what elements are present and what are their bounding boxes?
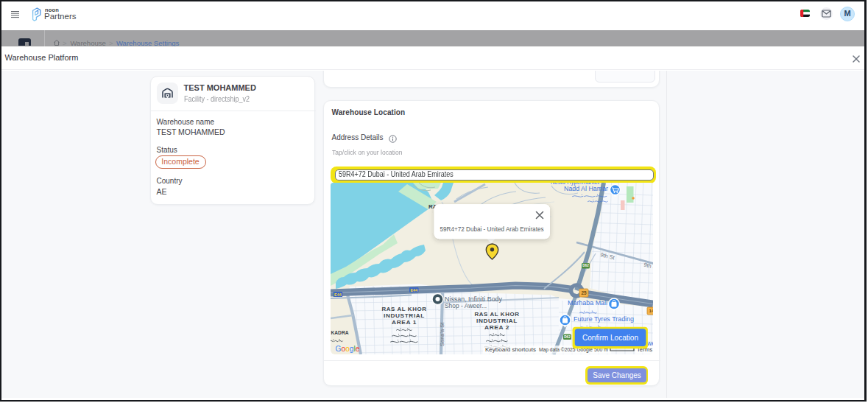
svg-text:Confirm Location: Confirm Location [582,334,638,342]
svg-text:Nissan, Infiniti Body: Nissan, Infiniti Body [445,295,503,303]
svg-text:D62: D62 [582,264,589,267]
svg-text:E44: E44 [410,288,417,292]
svg-text:RAS AL KHOR: RAS AL KHOR [382,306,427,312]
svg-text:Marhaba Mall: Marhaba Mall [568,298,607,306]
svg-text:Shop - Aweer...: Shop - Aweer... [445,302,487,309]
svg-text:25: 25 [581,290,587,295]
svg-text:Google: Google [336,344,360,353]
svg-text:D62: D62 [564,335,571,339]
svg-text:59R4+72 Dubai - United Arab Em: 59R4+72 Dubai - United Arab Emirates [440,225,544,233]
svg-text:INDUSTRIAL: INDUSTRIAL [384,312,425,319]
svg-text:Nadd Al Hamar: Nadd Al Hamar [564,184,608,192]
svg-text:AREA 2: AREA 2 [484,324,509,331]
svg-text:E44: E44 [334,292,342,297]
svg-text:14: 14 [649,308,653,313]
svg-text:AREA 1: AREA 1 [392,319,417,326]
svg-text:INDUSTRIAL: INDUSTRIAL [476,318,518,324]
svg-text:KADRA: KADRA [331,329,349,336]
svg-text:Sana'a St: Sana'a St [439,322,445,346]
svg-text:Future Tyres Trading: Future Tyres Trading [574,315,634,323]
svg-text:RAS AL KHOR: RAS AL KHOR [475,311,520,318]
svg-text:Keyboard shortcuts: Keyboard shortcuts [485,346,536,353]
